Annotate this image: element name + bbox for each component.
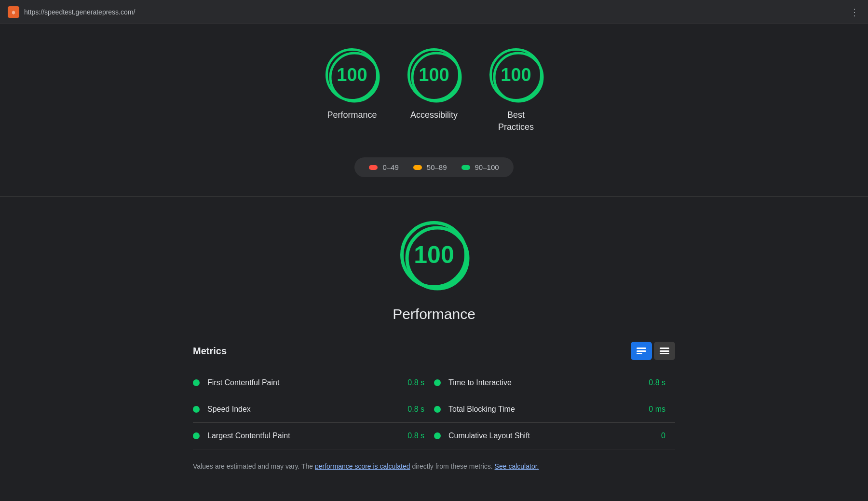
score-circle-svg-performance bbox=[328, 51, 381, 104]
score-circle-performance: 100 bbox=[326, 48, 379, 101]
metric-name-lcp: Largest Contentful Paint bbox=[207, 431, 400, 440]
score-circles-row: 100 Performance 100 Accessibility bbox=[326, 48, 542, 133]
legend-dot-red bbox=[369, 165, 378, 170]
legend-item-low: 0–49 bbox=[369, 163, 398, 171]
footer-link-see-calculator[interactable]: See calculator. bbox=[495, 462, 539, 470]
legend-item-medium: 50–89 bbox=[413, 163, 447, 171]
metric-row-fcp: First Contentful Paint 0.8 s bbox=[193, 370, 434, 396]
score-circle-best-practices: 100 bbox=[489, 48, 542, 101]
metric-dot-lcp bbox=[193, 432, 200, 439]
svg-point-3 bbox=[407, 228, 468, 289]
metric-value-tbt: 0 ms bbox=[641, 405, 675, 414]
browser-url[interactable]: https://speedtest.generatepress.com/ bbox=[24, 8, 850, 16]
score-item-accessibility: 100 Accessibility bbox=[407, 48, 461, 133]
score-label-best-practices: BestPractices bbox=[498, 109, 534, 133]
footer-text-before: Values are estimated and may vary. The bbox=[193, 462, 315, 470]
legend-dot-green bbox=[461, 165, 470, 170]
score-circle-performance-large: 100 bbox=[400, 221, 468, 289]
score-label-performance: Performance bbox=[327, 109, 377, 121]
browser-menu-icon[interactable]: ⋮ bbox=[850, 6, 860, 18]
svg-point-0 bbox=[330, 53, 379, 101]
toggle-list-view-button[interactable] bbox=[654, 342, 675, 360]
metric-name-cls: Cumulative Layout Shift bbox=[448, 431, 641, 440]
metric-value-lcp: 0.8 s bbox=[400, 431, 434, 440]
metric-value-si: 0.8 s bbox=[400, 405, 434, 414]
legend-bar: 0–49 50–89 90–100 bbox=[354, 157, 513, 177]
metric-name-si: Speed Index bbox=[207, 405, 400, 414]
metric-dot-cls bbox=[434, 432, 441, 439]
performance-detail-section: 100 Performance Metrics bbox=[0, 197, 868, 486]
metric-row-lcp: Largest Contentful Paint 0.8 s bbox=[193, 423, 434, 449]
legend-label-high: 90–100 bbox=[475, 163, 499, 171]
metric-dot-tbt bbox=[434, 406, 441, 413]
legend-label-medium: 50–89 bbox=[427, 163, 447, 171]
score-circle-accessibility: 100 bbox=[407, 48, 461, 101]
score-circle-svg-performance-large bbox=[404, 224, 471, 292]
metrics-section: Metrics bbox=[193, 342, 675, 449]
performance-detail-label: Performance bbox=[393, 306, 475, 322]
footer-link-calculator[interactable]: performance score is calculated bbox=[315, 462, 410, 470]
metric-dot-fcp bbox=[193, 379, 200, 386]
top-scores-section: 100 Performance 100 Accessibility bbox=[0, 24, 868, 197]
metric-value-cls: 0 bbox=[641, 431, 675, 440]
score-item-performance: 100 Performance bbox=[326, 48, 379, 133]
bar-view-icon bbox=[637, 348, 646, 354]
svg-point-2 bbox=[494, 53, 542, 101]
score-item-best-practices: 100 BestPractices bbox=[489, 48, 542, 133]
score-label-accessibility: Accessibility bbox=[410, 109, 458, 121]
browser-chrome: https://speedtest.generatepress.com/ ⋮ bbox=[0, 0, 868, 24]
metric-row-si: Speed Index 0.8 s bbox=[193, 396, 434, 423]
metric-dot-si bbox=[193, 406, 200, 413]
metrics-header: Metrics bbox=[193, 342, 675, 360]
main-content: 100 Performance 100 Accessibility bbox=[0, 24, 868, 487]
metric-row-tti: Time to Interactive 0.8 s bbox=[434, 370, 675, 396]
toggle-bar-view-button[interactable] bbox=[631, 342, 652, 360]
view-toggle bbox=[631, 342, 675, 360]
score-circle-svg-best-practices bbox=[492, 51, 545, 104]
list-view-icon bbox=[660, 348, 669, 354]
metric-name-fcp: First Contentful Paint bbox=[207, 378, 400, 387]
metric-name-tbt: Total Blocking Time bbox=[448, 405, 641, 414]
metric-value-fcp: 0.8 s bbox=[400, 378, 434, 387]
footer-text-middle: directly from these metrics. bbox=[410, 462, 495, 470]
metrics-right-column: Time to Interactive 0.8 s Total Blocking… bbox=[434, 370, 675, 449]
score-item-performance-large: 100 bbox=[400, 221, 468, 296]
legend-label-low: 0–49 bbox=[382, 163, 398, 171]
metric-value-tti: 0.8 s bbox=[641, 378, 675, 387]
legend-item-high: 90–100 bbox=[461, 163, 499, 171]
metrics-title: Metrics bbox=[193, 346, 227, 357]
metric-row-tbt: Total Blocking Time 0 ms bbox=[434, 396, 675, 423]
metric-row-cls: Cumulative Layout Shift 0 bbox=[434, 423, 675, 449]
metric-name-tti: Time to Interactive bbox=[448, 378, 641, 387]
legend-dot-orange bbox=[413, 165, 422, 170]
footer-note: Values are estimated and may vary. The p… bbox=[193, 461, 675, 472]
browser-favicon bbox=[8, 6, 19, 18]
metrics-left-column: First Contentful Paint 0.8 s Speed Index… bbox=[193, 370, 434, 449]
metric-dot-tti bbox=[434, 379, 441, 386]
score-circle-svg-accessibility bbox=[410, 51, 463, 104]
metrics-grid: First Contentful Paint 0.8 s Speed Index… bbox=[193, 370, 675, 449]
svg-point-1 bbox=[412, 53, 461, 101]
